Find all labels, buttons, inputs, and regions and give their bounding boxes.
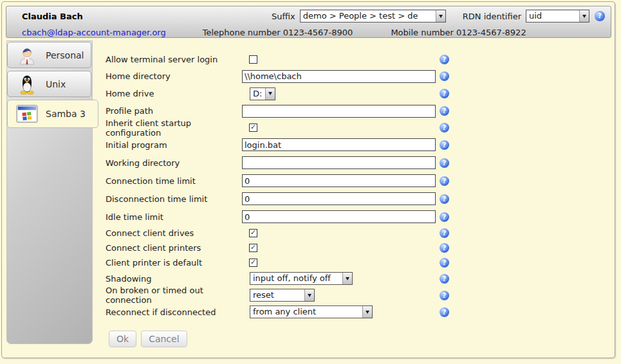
- checkbox[interactable]: [249, 55, 257, 64]
- chevron-down-icon[interactable]: [362, 306, 372, 318]
- chevron-down-icon[interactable]: [436, 10, 445, 22]
- dropdown-select[interactable]: D:: [250, 87, 275, 100]
- help-icon[interactable]: ?: [440, 140, 449, 150]
- form-row: Working directory?: [106, 154, 449, 172]
- help-icon[interactable]: ?: [440, 89, 449, 98]
- field-label: Shadowing: [106, 274, 242, 284]
- form-row: Connect client printers?: [106, 241, 449, 255]
- checkbox[interactable]: [249, 229, 257, 237]
- checkbox[interactable]: [249, 244, 257, 252]
- form-row: Home driveD:?: [106, 85, 449, 102]
- text-input[interactable]: [242, 174, 436, 187]
- chevron-down-icon[interactable]: [579, 10, 589, 22]
- text-input[interactable]: [242, 156, 436, 169]
- field-label: Disconnection time limit: [106, 194, 242, 204]
- lam-main-window: Claudia Bach Suffix demo > People > test…: [1, 1, 615, 358]
- help-icon[interactable]: ?: [440, 158, 449, 168]
- form-row: Home directory?: [106, 68, 449, 85]
- field-label: On broken or timed out connection: [106, 286, 242, 305]
- form-buttons: Ok Cancel: [106, 331, 449, 347]
- help-icon[interactable]: ?: [440, 258, 449, 268]
- field-label: Initial program: [106, 140, 242, 150]
- field-label: Allow terminal server login: [106, 55, 242, 64]
- person-icon: [16, 45, 38, 66]
- field-label: Working directory: [106, 158, 242, 168]
- help-icon[interactable]: ?: [440, 274, 449, 284]
- form-row: Disconnection time limit?: [106, 190, 449, 208]
- email-link[interactable]: cbach@ldap-account-manager.org: [22, 28, 166, 37]
- dropdown-select[interactable]: reset: [250, 289, 315, 302]
- help-icon[interactable]: ?: [440, 55, 449, 64]
- help-icon[interactable]: ?: [440, 106, 449, 116]
- tab-label: Samba 3: [46, 109, 86, 119]
- help-icon[interactable]: ?: [440, 123, 449, 132]
- chevron-down-icon[interactable]: [342, 273, 352, 284]
- field-label: Home directory: [106, 71, 242, 81]
- form-row: Inherit client startup configuration?: [106, 120, 449, 136]
- help-icon[interactable]: ?: [440, 194, 449, 204]
- field-label: Connect client drives: [106, 228, 242, 238]
- help-icon[interactable]: ?: [440, 243, 449, 253]
- tux-icon: [16, 74, 38, 95]
- help-icon[interactable]: ?: [440, 71, 449, 81]
- field-label: Client printer is default: [106, 258, 242, 268]
- checkbox[interactable]: [249, 259, 257, 267]
- ok-button[interactable]: Ok: [109, 331, 136, 347]
- help-icon[interactable]: ?: [440, 176, 449, 186]
- field-label: Inherit client startup configuration: [106, 118, 242, 138]
- text-input[interactable]: [242, 210, 436, 223]
- form-row: On broken or timed out connectionreset?: [106, 287, 449, 304]
- telephone-number: Telephone number 0123-4567-8900: [203, 28, 353, 37]
- text-input[interactable]: [242, 105, 436, 118]
- field-label: Reconnect if disconnected: [106, 307, 242, 317]
- form-row: Client printer is default?: [106, 255, 449, 270]
- tab-samba3[interactable]: Samba 3: [7, 100, 98, 128]
- help-icon[interactable]: ?: [440, 212, 449, 222]
- help-icon[interactable]: ?: [595, 11, 605, 21]
- account-header: Claudia Bach Suffix demo > People > test…: [6, 6, 611, 38]
- chevron-down-icon[interactable]: [265, 88, 275, 100]
- samba-settings-form: Allow terminal server login?Home directo…: [106, 51, 449, 347]
- text-input[interactable]: [242, 138, 436, 151]
- field-label: Connect client printers: [106, 243, 242, 253]
- form-row: Idle time limit?: [106, 208, 449, 226]
- tab-personal[interactable]: Personal: [7, 42, 91, 68]
- tab-label: Personal: [46, 50, 84, 60]
- dropdown-select[interactable]: from any client: [250, 305, 373, 318]
- help-icon[interactable]: ?: [440, 307, 449, 317]
- form-row: Connect client drives?: [106, 226, 449, 241]
- rdn-identifier-select[interactable]: uid: [526, 10, 589, 23]
- help-icon[interactable]: ?: [440, 228, 449, 238]
- mobile-number: Mobile number 0123-4567-8922: [391, 28, 526, 37]
- field-label: Home drive: [106, 89, 242, 98]
- checkbox[interactable]: [249, 123, 257, 132]
- chevron-down-icon[interactable]: [304, 289, 314, 301]
- field-label: Profile path: [106, 106, 242, 116]
- rdn-identifier-label: RDN identifier: [463, 12, 521, 21]
- tab-label: Unix: [46, 79, 66, 89]
- windows-icon: [16, 104, 38, 123]
- form-row: Profile path?: [106, 102, 449, 120]
- field-label: Idle time limit: [106, 212, 242, 222]
- tab-unix[interactable]: Unix: [7, 71, 91, 97]
- form-row: Initial program?: [106, 136, 449, 154]
- form-row: Allow terminal server login?: [106, 51, 449, 68]
- form-row: Connection time limit?: [106, 172, 449, 190]
- account-name: Claudia Bach: [22, 12, 83, 21]
- module-tabs: Personal Unix: [7, 42, 101, 131]
- form-row: Reconnect if disconnectedfrom any client…: [106, 304, 449, 320]
- text-input[interactable]: [242, 70, 436, 83]
- text-input[interactable]: [242, 192, 436, 205]
- suffix-select[interactable]: demo > People > test > de: [300, 10, 446, 23]
- form-row: Shadowinginput off, notify off?: [106, 270, 449, 287]
- dropdown-select[interactable]: input off, notify off: [250, 272, 353, 285]
- field-label: Connection time limit: [106, 176, 242, 186]
- cancel-button[interactable]: Cancel: [141, 331, 187, 347]
- suffix-label: Suffix: [272, 12, 295, 21]
- help-icon[interactable]: ?: [440, 291, 449, 300]
